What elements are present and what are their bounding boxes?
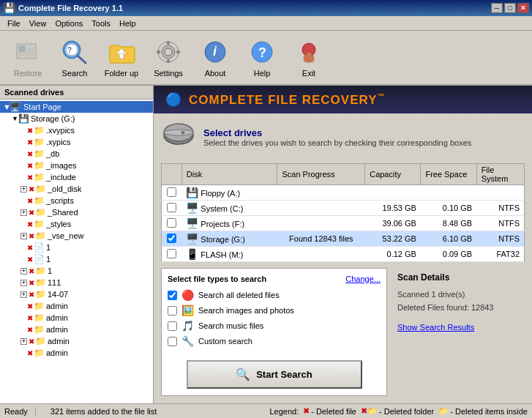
help-button[interactable]: ? Help bbox=[240, 34, 284, 81]
tree-container[interactable]: ▼ 🖥️ Start Page ▼ 💾 Storage (G:) ✖ 📁 .xv… bbox=[0, 100, 153, 403]
check-all-deleted[interactable] bbox=[168, 291, 177, 300]
menu-view[interactable]: View bbox=[25, 18, 51, 29]
bottom-sections: Select file types to search Change... 🔴 … bbox=[161, 268, 525, 396]
tree-item-admin5[interactable]: ✖ 📁 admin bbox=[0, 347, 153, 359]
tree-item-db[interactable]: ✖ 📁 _db bbox=[0, 148, 153, 160]
minimize-button[interactable]: ─ bbox=[491, 3, 503, 13]
deleted-icon13: ✖ bbox=[29, 267, 34, 275]
tree-item-xvypics[interactable]: ✖ 📁 .xvypics bbox=[0, 124, 153, 136]
admin5-label: admin bbox=[46, 348, 68, 357]
file-icon1: 📄 bbox=[34, 242, 45, 253]
folder-up-button[interactable]: Folder up bbox=[100, 34, 143, 81]
tree-item-vse-new[interactable]: + ✖ 📁 _vse_new bbox=[0, 230, 153, 242]
expand-vse-new[interactable]: + bbox=[20, 233, 27, 239]
show-results-link[interactable]: Show Search Results bbox=[397, 323, 474, 332]
menu-options[interactable]: Options bbox=[50, 18, 87, 29]
cfr-banner-icon: 🔵 bbox=[165, 92, 181, 108]
check-g[interactable] bbox=[167, 234, 176, 243]
search-btn-icon: 🔍 bbox=[236, 367, 250, 381]
tree-item-xypics[interactable]: ✖ 📁 .xypics bbox=[0, 136, 153, 148]
tree-item-start-page[interactable]: ▼ 🖥️ Start Page bbox=[0, 101, 153, 113]
check-c[interactable] bbox=[167, 203, 176, 212]
deleted-icon19: ✖ bbox=[29, 337, 34, 346]
tree-item-1c[interactable]: + ✖ 📁 1 bbox=[0, 265, 153, 277]
search-button[interactable]: ? Search bbox=[53, 34, 97, 81]
folder-icon11: 📁 bbox=[35, 266, 46, 276]
content-area: Select drives Select the drives you wish… bbox=[154, 113, 532, 403]
legend-deleted-inside: 📁 - Deleted items inside bbox=[438, 406, 528, 416]
check-f[interactable] bbox=[167, 218, 176, 228]
menu-help[interactable]: Help bbox=[115, 18, 141, 29]
tree-item-admin4[interactable]: + ✖ 📁 admin bbox=[0, 335, 153, 347]
tree-item-14-07[interactable]: + ✖ 📁 14-07 bbox=[0, 288, 153, 300]
settings-button[interactable]: Settings bbox=[146, 34, 190, 81]
folder-icon7: 📁 bbox=[34, 195, 45, 206]
fs-m: FAT32 bbox=[476, 247, 524, 262]
free-c: 0.10 GB bbox=[421, 201, 476, 216]
disk-c: 🖥️ System (C:) bbox=[181, 201, 277, 216]
expand-14-07[interactable]: + bbox=[20, 291, 27, 298]
maximize-button[interactable]: □ bbox=[504, 3, 516, 13]
status-bar: Ready 321 items added to the file list L… bbox=[0, 403, 532, 418]
vse-new-label: _vse_new bbox=[48, 231, 84, 240]
tree-item-admin3[interactable]: ✖ 📁 admin bbox=[0, 324, 153, 335]
expand-admin4[interactable]: + bbox=[20, 338, 27, 345]
expand-1c[interactable]: + bbox=[20, 268, 27, 275]
free-g: 6.10 GB bbox=[421, 231, 476, 247]
admin1-label: admin bbox=[46, 302, 68, 310]
exit-button[interactable]: Exit bbox=[287, 34, 331, 81]
check-custom[interactable] bbox=[168, 337, 177, 346]
expand-shared[interactable]: + bbox=[20, 209, 27, 216]
deleted-icon16: ✖ bbox=[27, 302, 33, 310]
col-capacity: Capacity bbox=[365, 164, 421, 185]
tree-item-admin2[interactable]: ✖ 📁 admin bbox=[0, 312, 153, 324]
about-button[interactable]: i About bbox=[193, 34, 237, 81]
tree-item-styles[interactable]: ✖ 📁 _styles bbox=[0, 218, 153, 230]
music-label: Search music files bbox=[198, 321, 263, 330]
scan-g: Found 12843 files bbox=[277, 231, 365, 247]
item111-label: 111 bbox=[48, 278, 61, 287]
close-button[interactable]: ✕ bbox=[517, 3, 529, 13]
item2-label: 1 bbox=[46, 255, 50, 264]
tree-item-1b[interactable]: ✖ 📄 1 bbox=[0, 253, 153, 265]
tree-item-admin1[interactable]: ✖ 📁 admin bbox=[0, 300, 153, 312]
col-free: Free Space bbox=[421, 164, 476, 185]
custom-icon: 🔧 bbox=[181, 335, 194, 347]
check-m[interactable] bbox=[167, 249, 176, 258]
tree-item-storage-g[interactable]: ▼ 💾 Storage (G:) bbox=[0, 113, 153, 124]
include-label: _include bbox=[46, 173, 76, 182]
start-search-button[interactable]: 🔍 Start Search bbox=[187, 360, 362, 389]
tree-item-111[interactable]: + ✖ 📁 111 bbox=[0, 277, 153, 288]
folder-icon13: 📁 bbox=[35, 289, 46, 299]
tree-item-include[interactable]: ✖ 📁 _include bbox=[0, 171, 153, 183]
deleted-icon15: ✖ bbox=[29, 291, 34, 299]
check-floppy[interactable] bbox=[167, 187, 176, 197]
deleted-icon: ✖ bbox=[27, 127, 33, 135]
expand-old-disk[interactable]: + bbox=[20, 186, 27, 193]
tree-item-scripts[interactable]: ✖ 📁 _scripts bbox=[0, 195, 153, 206]
menu-file[interactable]: File bbox=[3, 18, 25, 29]
tree-item-images[interactable]: ✖ 📁 _images bbox=[0, 160, 153, 171]
deleted-icon2: ✖ bbox=[27, 138, 33, 146]
tree-item-old-disk[interactable]: + ✖ 📁 _old_disk bbox=[0, 183, 153, 195]
tree-item-shared[interactable]: + ✖ 📁 _Shared bbox=[0, 206, 153, 218]
main-container: Scanned drives ▼ 🖥️ Start Page ▼ 💾 Stora… bbox=[0, 86, 532, 403]
folder-up-icon bbox=[107, 37, 136, 67]
folder-icon16: 📁 bbox=[34, 324, 45, 335]
deleted-icon10: ✖ bbox=[29, 232, 34, 240]
deleted-file-icon: ✖ bbox=[303, 406, 310, 416]
restore-label: Restore bbox=[14, 69, 42, 78]
check-music[interactable] bbox=[168, 321, 177, 331]
tree-item-1a[interactable]: ✖ 📄 1 bbox=[0, 242, 153, 253]
disk-floppy: 💾 Floppy (A:) bbox=[181, 185, 277, 201]
drives-table: Disk Scan Progress Capacity Free Space F… bbox=[161, 163, 525, 262]
disk-f: 🖥️ Projects (F:) bbox=[181, 216, 277, 231]
svg-rect-1 bbox=[19, 46, 25, 52]
restore-button[interactable]: Restore bbox=[6, 34, 50, 81]
exit-label: Exit bbox=[302, 69, 315, 78]
check-images[interactable] bbox=[168, 306, 177, 316]
menu-tools[interactable]: Tools bbox=[87, 18, 115, 29]
storage-g-icon: 💾 bbox=[18, 113, 29, 124]
change-link[interactable]: Change... bbox=[345, 275, 381, 283]
expand-111[interactable]: + bbox=[20, 280, 27, 286]
